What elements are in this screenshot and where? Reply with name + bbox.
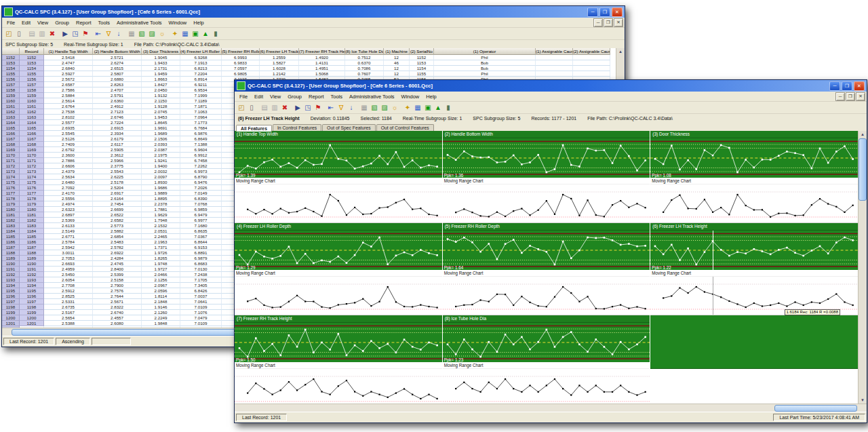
edit-report-icon[interactable]: ◳ bbox=[303, 103, 313, 113]
column-header[interactable]: (3) Door Thickness bbox=[142, 48, 180, 55]
monitor-live-icon[interactable]: ▣ bbox=[423, 103, 433, 113]
table-row[interactable]: 115211522.54182.57211.90456.92686.99931.… bbox=[2, 55, 616, 60]
lightbulb-icon[interactable]: ☼ bbox=[390, 103, 399, 113]
lightbulb-icon[interactable]: ☼ bbox=[157, 29, 167, 39]
goto-record-icon[interactable]: ▶ bbox=[60, 29, 70, 39]
minimize-button[interactable]: ─ bbox=[587, 7, 598, 17]
restore-button[interactable]: ❐ bbox=[599, 7, 610, 17]
chart-horizontal-scrollbar[interactable] bbox=[235, 404, 867, 412]
spc-grid-icon[interactable]: ▦ bbox=[359, 103, 369, 113]
xbar-chart[interactable]: Ppk= 1.23 bbox=[443, 323, 650, 362]
menu-group[interactable]: Group bbox=[284, 93, 305, 100]
chart-vertical-scrollbar[interactable]: ▲ ▼ bbox=[858, 131, 867, 404]
table-row[interactable]: 115311532.47472.62741.94337.19136.98331.… bbox=[2, 60, 616, 66]
menu-edit[interactable]: Edit bbox=[251, 93, 267, 100]
column-header[interactable] bbox=[2, 48, 20, 55]
xbar-chart[interactable]: Ppk= 1.08 bbox=[650, 138, 858, 178]
goto-record-icon[interactable]: ▶ bbox=[293, 103, 302, 113]
moving-range-chart[interactable] bbox=[235, 277, 442, 315]
trend-chart-icon[interactable]: ▲ bbox=[433, 103, 443, 113]
menu-window[interactable]: Window bbox=[165, 19, 191, 26]
delete-x-icon[interactable]: ✖ bbox=[47, 29, 57, 39]
close-button[interactable]: ✕ bbox=[854, 81, 865, 91]
copy-icon[interactable]: ▤ bbox=[27, 29, 37, 39]
menu-report[interactable]: Report bbox=[73, 19, 95, 26]
tab-out-of-control-features[interactable]: Out of Control Features bbox=[376, 124, 434, 131]
xbar-chart[interactable]: Ppk= 1.36 bbox=[443, 138, 650, 178]
open-report-icon[interactable]: ◰ bbox=[237, 103, 246, 113]
tab-all-features[interactable]: All Features bbox=[236, 125, 272, 132]
mdi-close-button[interactable]: ✕ bbox=[856, 92, 865, 101]
mdi-restore-button[interactable]: ❐ bbox=[846, 92, 855, 101]
menu-help[interactable]: Help bbox=[190, 19, 207, 26]
delete-x-icon[interactable]: ✖ bbox=[280, 103, 290, 113]
menu-file[interactable]: File bbox=[3, 19, 18, 26]
moving-range-chart[interactable]: 1.6184 Rec: 1184 R =0.0088 bbox=[650, 277, 858, 315]
moving-range-chart[interactable] bbox=[443, 369, 650, 404]
minimize-button[interactable]: ─ bbox=[829, 81, 840, 91]
menu-file[interactable]: File bbox=[236, 93, 251, 100]
scroll-thumb[interactable] bbox=[774, 405, 857, 412]
menu-administrative-tools[interactable]: Administrative Tools bbox=[113, 19, 165, 26]
title-bar[interactable]: QC-CALC SPC (3.4.127) - [User Group Shop… bbox=[2, 6, 625, 18]
column-header[interactable]: (2) SerialNo bbox=[410, 48, 434, 55]
open-report-icon[interactable]: ◰ bbox=[4, 29, 14, 39]
edit-report-icon[interactable]: ◳ bbox=[71, 29, 80, 39]
scroll-down-icon[interactable]: ▼ bbox=[861, 397, 865, 404]
delete-record-icon[interactable]: ▯ bbox=[14, 29, 24, 39]
admin-key-icon[interactable]: ✦ bbox=[170, 29, 180, 39]
spc-grid-icon[interactable]: ▦ bbox=[127, 29, 136, 39]
xbar-chart[interactable]: Ppk= 1.22 bbox=[650, 231, 858, 270]
trend-chart-icon[interactable]: ▲ bbox=[201, 29, 210, 39]
menu-administrative-tools[interactable]: Administrative Tools bbox=[346, 93, 398, 100]
raw-chart-icon[interactable]: ▧ bbox=[370, 103, 379, 113]
menu-view[interactable]: View bbox=[267, 93, 284, 100]
column-header[interactable]: (6) Freezer LH Track Height bbox=[260, 48, 299, 55]
monitor-live-icon[interactable]: ▣ bbox=[191, 29, 200, 39]
xbar-chart[interactable]: Ppk= 1.64 bbox=[443, 231, 650, 270]
moving-range-chart[interactable] bbox=[650, 184, 858, 223]
column-header[interactable]: (2) Assignable Cause2 bbox=[573, 48, 610, 55]
scroll-up-icon[interactable]: ▲ bbox=[861, 131, 865, 138]
column-header[interactable]: (8) Ice Tube Hole Dia bbox=[345, 48, 384, 55]
raw-chart-icon[interactable]: ▧ bbox=[137, 29, 146, 39]
column-header[interactable]: (1) Assignable Cause1 bbox=[536, 48, 573, 55]
xbar-chart[interactable]: Ppk= 1.50 bbox=[235, 323, 442, 362]
menu-tools[interactable]: Tools bbox=[95, 19, 114, 26]
first-record-icon[interactable]: ⇤ bbox=[326, 103, 336, 113]
sort-icon[interactable]: ↓ bbox=[114, 29, 123, 39]
column-header[interactable]: (7) Freezer RH Track Height bbox=[299, 48, 345, 55]
column-header[interactable]: (4) Freezer LH Roller Depth bbox=[180, 48, 222, 55]
tab-in-control-features[interactable]: In Control Features bbox=[273, 124, 321, 131]
menu-report[interactable]: Report bbox=[305, 93, 328, 100]
sort-icon[interactable]: ↓ bbox=[347, 103, 356, 113]
datasheet-icon[interactable]: ▦ bbox=[413, 103, 422, 113]
mdi-minimize-button[interactable]: ─ bbox=[593, 18, 603, 27]
copy-icon[interactable]: ▤ bbox=[260, 103, 269, 113]
menu-help[interactable]: Help bbox=[422, 93, 439, 100]
menu-group[interactable]: Group bbox=[52, 19, 73, 26]
moving-range-chart[interactable] bbox=[443, 184, 650, 223]
gage-chart-icon[interactable]: ▨ bbox=[147, 29, 157, 39]
table-row[interactable]: 115411542.68402.65152.17316.82137.05971.… bbox=[2, 66, 616, 71]
column-header[interactable]: Record bbox=[20, 48, 44, 55]
restore-button[interactable]: ❐ bbox=[842, 81, 852, 91]
filter-icon[interactable]: ∇ bbox=[104, 29, 113, 39]
delete-record-icon[interactable]: ▯ bbox=[247, 103, 256, 113]
scroll-up-icon[interactable]: ▲ bbox=[618, 48, 623, 55]
title-bar[interactable]: QC-CALC SPC (3.4.127) - [User Group Shop… bbox=[235, 80, 867, 92]
usb-device-icon[interactable]: ▮ bbox=[443, 103, 453, 113]
paste-icon[interactable]: ▥ bbox=[37, 29, 47, 39]
tab-out-of-spec-features[interactable]: Out of Spec Features bbox=[322, 124, 376, 131]
usb-device-icon[interactable]: ▮ bbox=[211, 29, 220, 39]
menu-edit[interactable]: Edit bbox=[18, 19, 34, 26]
first-record-icon[interactable]: ⇤ bbox=[94, 29, 103, 39]
filter-icon[interactable]: ∇ bbox=[336, 103, 346, 113]
column-header[interactable]: (2) Handle Bottom Width bbox=[93, 48, 142, 55]
pin-icon[interactable]: ⚑ bbox=[313, 103, 323, 113]
scroll-thumb[interactable] bbox=[859, 138, 867, 201]
column-header[interactable]: (1) Operator bbox=[434, 48, 536, 55]
moving-range-chart[interactable] bbox=[235, 184, 442, 223]
menu-window[interactable]: Window bbox=[398, 93, 423, 100]
pin-icon[interactable]: ⚑ bbox=[81, 29, 90, 39]
